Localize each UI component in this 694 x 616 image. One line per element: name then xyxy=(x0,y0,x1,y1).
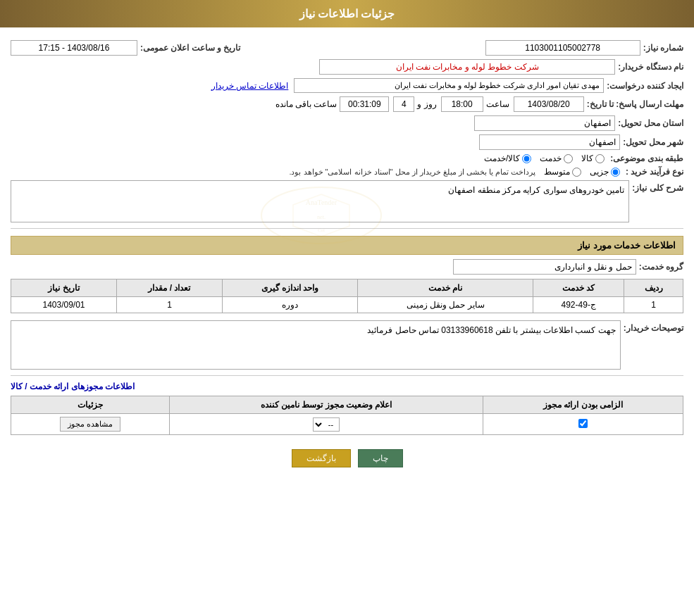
tarikh-value: 1403/08/16 - 17:15 xyxy=(11,40,137,56)
radio-kala-khedmat[interactable]: کالا/خدمت xyxy=(484,153,531,163)
row-tabaghebandi: طبقه بندی موضوعی: کالا خدمت کالا/خدمت xyxy=(11,153,683,163)
radio-motavaset-label: متوسط xyxy=(544,167,570,177)
shahr-value: اصفهان xyxy=(479,134,620,150)
grooh-khedmat-value: حمل و نقل و انبارداری xyxy=(453,259,636,275)
mojavez-section-header: اطلاعات مجوزهای ارائه خدمت / کالا xyxy=(11,382,683,391)
radio-jozii-label: جزیی xyxy=(590,167,609,177)
table-row: 1 ج-49-492 سایر حمل ونقل زمینی دوره 1 14… xyxy=(11,297,683,313)
ijad-konande-link[interactable]: اطلاعات تماس خریدار xyxy=(211,81,289,91)
row-nam-dastgah: نام دستگاه خریدار: شرکت خطوط لوله و مخاب… xyxy=(11,59,683,75)
radio-kala-khedmat-input[interactable] xyxy=(522,154,531,163)
nooe-farayand-label: نوع فرآیند خرید : xyxy=(626,167,683,177)
divider2 xyxy=(11,375,683,376)
cell-radif: 1 xyxy=(624,297,683,313)
grooh-khedmat-label: گروه خدمت: xyxy=(639,262,683,272)
tabaghebandi-label: طبقه بندی موضوعی: xyxy=(610,153,683,163)
radio-khedmat[interactable]: خدمت xyxy=(540,153,573,163)
cell-eelam: -- xyxy=(170,414,483,435)
row-grooh-khedmat: گروه خدمت: حمل و نقل و انبارداری xyxy=(11,259,683,275)
tarikh-label: تاریخ و ساعت اعلان عمومی: xyxy=(140,43,240,53)
col-joziyat: جزئیات xyxy=(11,396,170,414)
cell-tarikh: 1403/09/01 xyxy=(11,297,117,313)
shomare-niaz-value: 1103001105002778 xyxy=(485,40,640,56)
radio-kala[interactable]: کالا xyxy=(581,153,605,163)
page-wrapper: جزئیات اطلاعات نیاز شماره نیاز: 11030011… xyxy=(0,0,694,616)
mohlat-baqi: 00:31:09 xyxy=(340,96,389,112)
col-radif: ردیف xyxy=(624,279,683,297)
ijad-konande-label: ایجاد کننده درخواست: xyxy=(607,81,683,91)
col-elzami: الزامی بودن ارائه مجوز xyxy=(483,396,683,414)
col-eelam: اعلام وضعیت مجوز توسط نامین کننده xyxy=(170,396,483,414)
col-kod: کد خدمت xyxy=(533,279,624,297)
row-ijad-konande: ایجاد کننده درخواست: مهدی تقیان امور ادا… xyxy=(11,78,683,93)
ostan-label: استان محل تحویل: xyxy=(618,118,683,128)
sharh-label: شرح کلی نیاز: xyxy=(632,180,683,193)
radio-motavaset-input[interactable] xyxy=(572,168,581,177)
col-tedaad: تعداد / مقدار xyxy=(117,279,223,297)
elzami-checkbox[interactable] xyxy=(578,419,588,428)
eelam-select[interactable]: -- xyxy=(313,417,340,432)
mohlat-baqi-label: ساعت باقی مانده xyxy=(275,99,337,109)
mohlat-roz-label: روز و xyxy=(417,99,436,109)
cell-nam: سایر حمل ونقل زمینی xyxy=(357,297,533,313)
row-ostan: استان محل تحویل: اصفهان xyxy=(11,115,683,131)
khadamat-section-title: اطلاعات خدمات مورد نیاز xyxy=(11,236,683,255)
nam-dastgah-value: شرکت خطوط لوله و مخابرات نفت ایران xyxy=(319,59,615,75)
shomare-niaz-label: شماره نیاز: xyxy=(643,43,683,53)
radio-kala-input[interactable] xyxy=(595,154,605,163)
mohlat-label: مهلت ارسال پاسخ: تا تاریخ: xyxy=(587,99,683,109)
mohlat-roz: 4 xyxy=(393,96,414,112)
radio-kala-khedmat-label: کالا/خدمت xyxy=(484,153,520,163)
cell-joziyat: مشاهده مجوز xyxy=(11,414,170,435)
row-shahr: شهر محل تحویل: اصفهان xyxy=(11,134,683,150)
shahr-label: شهر محل تحویل: xyxy=(623,137,683,147)
radio-jozii-input[interactable] xyxy=(611,168,620,177)
farayand-note: پرداخت تمام یا بخشی از مبلغ خریدار از مح… xyxy=(289,168,535,177)
cell-elzami xyxy=(483,414,683,435)
sharh-value: تامین خودروهای سواری کرایه مرکز منطقه اص… xyxy=(11,180,629,222)
radio-motavaset[interactable]: متوسط xyxy=(544,167,581,177)
ijad-konande-value: مهدی تقیان امور اداری شرکت خطوط لوله و م… xyxy=(294,78,604,93)
mojavez-label: اطلاعات مجوزهای ارائه خدمت / کالا xyxy=(11,382,135,391)
cell-tedaad: 1 xyxy=(117,297,223,313)
permissions-table: الزامی بودن ارائه مجوز اعلام وضعیت مجوز … xyxy=(11,396,683,435)
cell-vahed: دوره xyxy=(222,297,357,313)
tosihaat-value: جهت کسب اطلاعات بیشتر با تلفن 0313396061… xyxy=(11,320,621,370)
col-nam: نام خدمت xyxy=(357,279,533,297)
row-nooe-farayand: نوع فرآیند خرید : جزیی متوسط پرداخت تمام… xyxy=(11,167,683,177)
content-area: شماره نیاز: 1103001105002778 تاریخ و ساع… xyxy=(0,27,694,474)
radio-jozii[interactable]: جزیی xyxy=(590,167,620,177)
mohlat-saat-label: ساعت xyxy=(486,99,509,109)
nam-dastgah-label: نام دستگاه خریدار: xyxy=(618,62,683,72)
permission-row: -- مشاهده مجوز xyxy=(11,414,683,435)
bottom-buttons: چاپ بازگشت xyxy=(11,449,683,467)
mohlat-date: 1403/08/20 xyxy=(514,96,584,112)
ostan-value: اصفهان xyxy=(474,115,615,131)
radio-khedmat-input[interactable] xyxy=(564,154,573,163)
radio-khedmat-label: خدمت xyxy=(540,153,562,163)
back-button[interactable]: بازگشت xyxy=(292,449,351,467)
col-vahed: واحد اندازه گیری xyxy=(222,279,357,297)
tosihaat-label: توصیحات خریدار: xyxy=(624,320,683,333)
services-table: ردیف کد خدمت نام خدمت واحد اندازه گیری ت… xyxy=(11,279,683,313)
row-tosihaat: توصیحات خریدار: جهت کسب اطلاعات بیشتر با… xyxy=(11,320,683,370)
page-title: جزئیات اطلاعات نیاز xyxy=(299,8,395,20)
radio-kala-label: کالا xyxy=(581,153,593,163)
divider1 xyxy=(11,228,683,229)
row-mohlat: مهلت ارسال پاسخ: تا تاریخ: 1403/08/20 سا… xyxy=(11,96,683,112)
page-header: جزئیات اطلاعات نیاز xyxy=(0,0,694,27)
cell-kod: ج-49-492 xyxy=(533,297,624,313)
row-shomare: شماره نیاز: 1103001105002778 تاریخ و ساع… xyxy=(11,40,683,56)
view-mojavez-button[interactable]: مشاهده مجوز xyxy=(60,417,120,432)
mohlat-saat: 18:00 xyxy=(441,96,483,112)
row-sharh: شرح کلی نیاز: AnaTender .net Col تامین خ… xyxy=(11,180,683,222)
col-tarikh: تاریخ نیاز xyxy=(11,279,117,297)
print-button[interactable]: چاپ xyxy=(358,449,403,467)
